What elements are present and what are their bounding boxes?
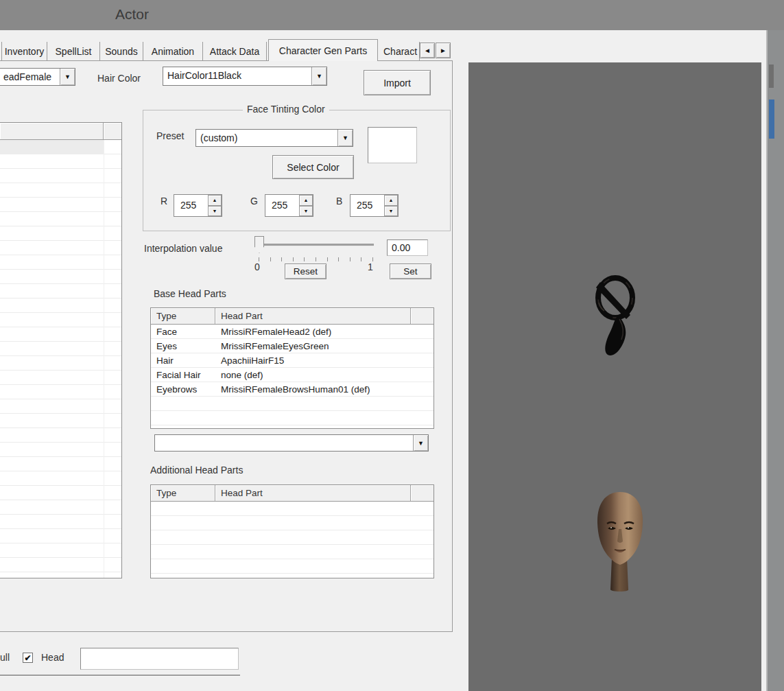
tab-label: Attack Data (210, 46, 259, 57)
b-value: 255 (351, 195, 384, 216)
left-list-panel[interactable] (0, 122, 122, 578)
spin-up-icon: ▲ (213, 198, 217, 202)
import-button[interactable]: Import (364, 70, 431, 95)
chevron-down-icon: ▼ (316, 73, 322, 80)
spin-up-button[interactable]: ▲ (208, 195, 222, 206)
tab-label: Inventory (5, 46, 45, 57)
hair-model-preview[interactable] (588, 275, 644, 359)
hair-color-value: HairColor11Black (163, 67, 311, 85)
chevron-down-icon: ▼ (342, 134, 348, 141)
hair-color-label: Hair Color (97, 73, 141, 84)
set-button[interactable]: Set (390, 263, 431, 279)
column-header-type[interactable]: Type (151, 485, 215, 501)
additional-head-parts-title: Additional Head Parts (150, 465, 243, 476)
tab-sounds[interactable]: Sounds (100, 42, 143, 60)
head-text-field[interactable] (80, 648, 239, 670)
r-label: R (161, 196, 167, 207)
cell-head-part: MrissiRFemaleHead2 (def) (215, 325, 411, 339)
column-header-head-part[interactable]: Head Part (215, 485, 411, 501)
head-type-dropdown[interactable]: eadFemale ▼ (0, 68, 75, 86)
spin-up-button[interactable]: ▲ (384, 195, 398, 206)
spin-up-button[interactable]: ▲ (299, 195, 313, 206)
table-body[interactable] (0, 140, 121, 578)
panel-border-bottom (0, 631, 453, 632)
table-header[interactable] (0, 123, 121, 140)
table-body[interactable] (151, 502, 433, 578)
window-titlebar[interactable]: Actor (0, 0, 784, 30)
slider-min-label: 0 (254, 261, 260, 272)
import-button-label: Import (383, 78, 411, 89)
interpolation-value-field[interactable] (387, 239, 428, 256)
hair-color-dropdown[interactable]: HairColor11Black ▼ (163, 67, 327, 86)
head-type-value: eadFemale (0, 69, 60, 85)
reset-button[interactable]: Reset (285, 263, 326, 279)
dropdown-button[interactable]: ▼ (60, 69, 75, 85)
spin-down-icon: ▼ (213, 209, 217, 213)
preset-dropdown[interactable]: (custom) ▼ (195, 129, 353, 147)
spin-down-icon: ▼ (304, 209, 309, 213)
r-spinner[interactable]: 255 ▲▼ (174, 194, 222, 217)
select-color-button[interactable]: Select Color (272, 155, 354, 179)
reset-button-label: Reset (294, 266, 318, 277)
cell-type: Eyes (151, 339, 215, 353)
b-spinner[interactable]: 255 ▲▼ (350, 194, 399, 217)
table-row[interactable]: Eyes MrissiRFemaleEyesGreen (151, 339, 433, 353)
backdrop-smudge (769, 65, 774, 88)
base-head-parts-table[interactable]: Type Head Part Face MrissiRFemaleHead2 (… (150, 307, 434, 429)
interpolation-slider-thumb[interactable] (254, 236, 264, 253)
interpolation-slider-track[interactable] (259, 244, 374, 246)
table-row[interactable]: Eyebrows MrissiRFemaleBrowsHuman01 (def) (151, 382, 433, 397)
selected-row-highlight[interactable] (0, 140, 104, 154)
b-label: B (336, 196, 342, 207)
column-header-blank[interactable] (0, 123, 104, 139)
table-header[interactable]: Type Head Part (151, 308, 433, 325)
cell-head-part: ApachiiHairF15 (215, 353, 411, 368)
spin-down-button[interactable]: ▼ (384, 206, 398, 217)
tab-character-gen-parts[interactable]: Character Gen Parts (268, 39, 378, 61)
render-preview-pane[interactable] (468, 62, 761, 691)
preset-value: (custom) (196, 130, 337, 146)
lower-group-border (0, 675, 240, 676)
table-body[interactable]: Face MrissiRFemaleHead2 (def) Eyes Mriss… (151, 325, 433, 428)
tab-character-gen-morphs[interactable]: Charact (379, 42, 420, 60)
g-value: 255 (265, 195, 299, 216)
tab-spelllist[interactable]: SpellList (47, 42, 100, 60)
cell-type: Eyebrows (151, 382, 215, 397)
head-part-selector-dropdown[interactable]: ▼ (154, 434, 429, 452)
tab-label: Animation (152, 46, 194, 57)
table-row[interactable]: Facial Hair none (def) (151, 368, 433, 382)
table-row[interactable]: Hair ApachiiHairF15 (151, 353, 433, 368)
head-model-preview[interactable] (586, 489, 654, 594)
tab-scroll-right-button[interactable]: ► (436, 43, 451, 58)
column-header-head-part[interactable]: Head Part (215, 308, 411, 324)
select-color-label: Select Color (287, 162, 339, 173)
dropdown-button[interactable]: ▼ (337, 130, 353, 146)
tab-inventory[interactable]: Inventory (1, 42, 47, 60)
slider-max-label: 1 (368, 261, 373, 272)
tab-attack-data[interactable]: Attack Data (203, 42, 267, 60)
cell-type: Hair (151, 353, 215, 368)
slider-tick-marks (259, 257, 374, 261)
table-header[interactable]: Type Head Part (151, 485, 433, 502)
tab-scroll-left-button[interactable]: ◄ (420, 43, 435, 58)
head-checkbox[interactable]: ✔ (23, 653, 33, 663)
tab-animation[interactable]: Animation (143, 42, 203, 60)
dropdown-button[interactable]: ▼ (311, 67, 326, 85)
column-divider (104, 140, 104, 578)
g-spinner[interactable]: 255 ▲▼ (265, 194, 313, 217)
spin-down-button[interactable]: ▼ (208, 206, 222, 217)
cell-head-part: none (def) (215, 368, 411, 382)
spin-down-button[interactable]: ▼ (299, 206, 313, 217)
spin-down-icon: ▼ (389, 209, 394, 213)
tab-label: Sounds (105, 46, 137, 57)
additional-head-parts-table[interactable]: Type Head Part (150, 484, 434, 578)
column-header-extra (411, 485, 433, 501)
interpolation-label: Interpolation value (144, 243, 222, 254)
scroll-left-icon: ◄ (424, 47, 431, 54)
g-label: G (250, 196, 258, 207)
clipped-skull-label: ull (0, 652, 10, 663)
column-header-type[interactable]: Type (151, 308, 215, 324)
table-row[interactable]: Face MrissiRFemaleHead2 (def) (151, 325, 433, 339)
dropdown-button[interactable]: ▼ (413, 435, 428, 451)
tint-color-swatch (368, 127, 417, 163)
